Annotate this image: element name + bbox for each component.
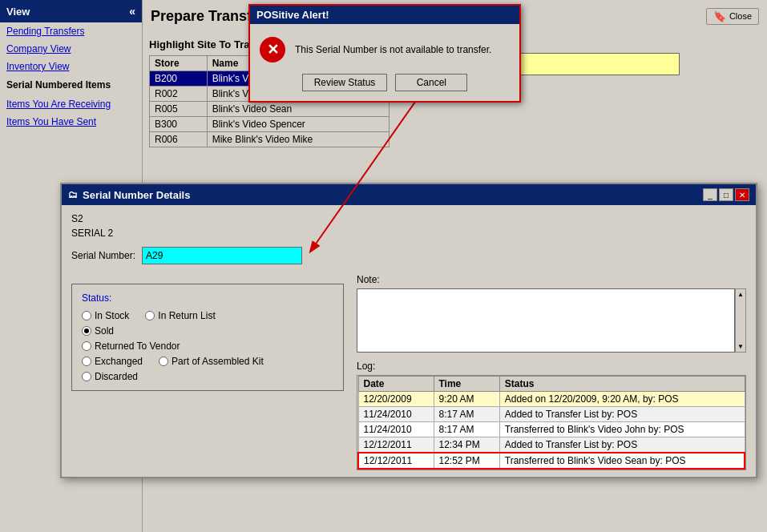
radio-group: In Stock In Return List Sold — [82, 310, 333, 382]
sidebar-item-items-sent[interactable]: Items You Have Sent — [0, 113, 142, 131]
serial-window: 🗂 Serial Number Details _ □ ✕ S2 SERIAL … — [60, 183, 757, 478]
log-row: 11/24/20108:17 AMTransferred to Blink's … — [358, 422, 745, 437]
serial-right-panel: Note: ▲ ▼ Log: Date — [357, 274, 746, 470]
serial-item-info: S2 SERIAL 2 — [71, 212, 746, 240]
serial-number-row: Serial Number: — [71, 247, 746, 264]
serial-body: S2 SERIAL 2 Serial Number: Status: — [62, 205, 756, 477]
close-button[interactable]: 🔖 Close — [706, 8, 759, 25]
sidebar-expand-icon[interactable]: « — [129, 5, 135, 18]
radio-row-4: Exchanged Part of Assembled Kit — [82, 356, 333, 367]
review-status-button[interactable]: Review Status — [302, 74, 388, 91]
serial-close-button[interactable]: ✕ — [735, 188, 749, 201]
radio-returned-to-vendor[interactable]: Returned To Vendor — [82, 341, 180, 352]
radio-circle-returned — [82, 341, 91, 351]
radio-circle-in-stock — [82, 311, 91, 320]
sidebar-item-inventory-view[interactable]: Inventory View — [0, 58, 142, 75]
note-textarea[interactable] — [357, 288, 735, 353]
alert-error-icon: ✕ — [260, 37, 285, 62]
log-table: Date Time Status 12/20/20099:20 AMAdded … — [357, 376, 745, 470]
serial-number-field[interactable] — [142, 247, 302, 264]
scrollbar-down-icon[interactable]: ▼ — [737, 343, 744, 350]
radio-row-3: Returned To Vendor — [82, 341, 333, 352]
serial-main: Status: In Stock In Return List — [71, 274, 746, 470]
serial-title-bar: 🗂 Serial Number Details _ □ ✕ — [62, 184, 756, 205]
minimize-button[interactable]: _ — [703, 188, 717, 201]
transfer-row[interactable]: R005Blink's Video Sean — [150, 102, 390, 117]
alert-title-text: POSitive Alert! — [256, 9, 329, 21]
radio-discarded[interactable]: Discarded — [82, 371, 138, 382]
sidebar-item-items-receiving[interactable]: Items You Are Receiving — [0, 95, 142, 113]
radio-part-of-kit[interactable]: Part of Assembled Kit — [159, 356, 264, 367]
radio-row-2: Sold — [82, 325, 333, 337]
cancel-button[interactable]: Cancel — [395, 74, 467, 91]
serial-window-title: Serial Number Details — [83, 189, 190, 201]
log-col-time: Time — [434, 377, 499, 392]
alert-content: ✕ This Serial Number is not available to… — [260, 37, 510, 62]
transfer-row[interactable]: R006Mike Blink's Video Mike — [150, 132, 390, 147]
radio-circle-discarded — [82, 372, 91, 381]
status-label: Status: — [82, 292, 333, 304]
log-col-status: Status — [499, 377, 745, 392]
status-box: Status: In Stock In Return List — [71, 284, 344, 391]
radio-circle-in-return-list — [145, 311, 155, 320]
radio-circle-exchanged — [82, 357, 91, 366]
radio-row-1: In Stock In Return List — [82, 310, 333, 321]
radio-sold[interactable]: Sold — [82, 325, 114, 337]
sidebar-title: View — [6, 6, 30, 18]
radio-circle-kit — [159, 357, 168, 366]
note-label: Note: — [357, 274, 746, 285]
radio-in-stock[interactable]: In Stock — [82, 310, 129, 321]
item-code: S2 — [71, 212, 746, 226]
sidebar-item-serial-numbered-items[interactable]: Serial Numbered Items — [0, 75, 142, 95]
log-row: 12/12/201112:34 PMAdded to Transfer List… — [358, 437, 745, 453]
alert-body: ✕ This Serial Number is not available to… — [250, 24, 519, 101]
alert-title-bar: POSitive Alert! — [250, 6, 519, 24]
log-row: 12/20/20099:20 AMAdded on 12/20/2009, 9:… — [358, 392, 745, 407]
serial-number-label: Serial Number: — [71, 250, 135, 261]
radio-exchanged[interactable]: Exchanged — [82, 356, 143, 367]
col-store: Store — [150, 56, 208, 71]
scrollbar-up-icon[interactable]: ▲ — [737, 291, 744, 298]
serial-window-controls: _ □ ✕ — [703, 188, 749, 201]
item-name: SERIAL 2 — [71, 226, 746, 240]
main-window: View « Pending Transfers Company View In… — [0, 0, 767, 532]
restore-button[interactable]: □ — [719, 188, 733, 201]
radio-in-return-list[interactable]: In Return List — [145, 310, 215, 321]
log-label: Log: — [357, 361, 746, 372]
serial-window-icon: 🗂 — [68, 189, 78, 200]
alert-message: This Serial Number is not available to t… — [295, 44, 491, 55]
alert-dialog: POSitive Alert! ✕ This Serial Number is … — [248, 4, 521, 103]
sidebar-item-pending-transfers[interactable]: Pending Transfers — [0, 22, 142, 40]
radio-circle-sold — [82, 326, 91, 336]
log-col-date: Date — [358, 377, 434, 392]
log-container: Date Time Status 12/20/20099:20 AMAdded … — [357, 375, 746, 470]
log-row: 12/12/201112:52 PMTransferred to Blink's… — [358, 453, 745, 469]
serial-left-panel: Status: In Stock In Return List — [71, 274, 344, 470]
transfer-row[interactable]: B300Blink's Video Spencer — [150, 117, 390, 132]
sidebar-header: View « — [0, 0, 142, 22]
bookmark-icon: 🔖 — [713, 10, 726, 22]
log-row: 11/24/20108:17 AMAdded to Transfer List … — [358, 407, 745, 422]
radio-row-5: Discarded — [82, 371, 333, 382]
alert-buttons: Review Status Cancel — [260, 74, 510, 91]
sidebar-item-company-view[interactable]: Company View — [0, 40, 142, 58]
